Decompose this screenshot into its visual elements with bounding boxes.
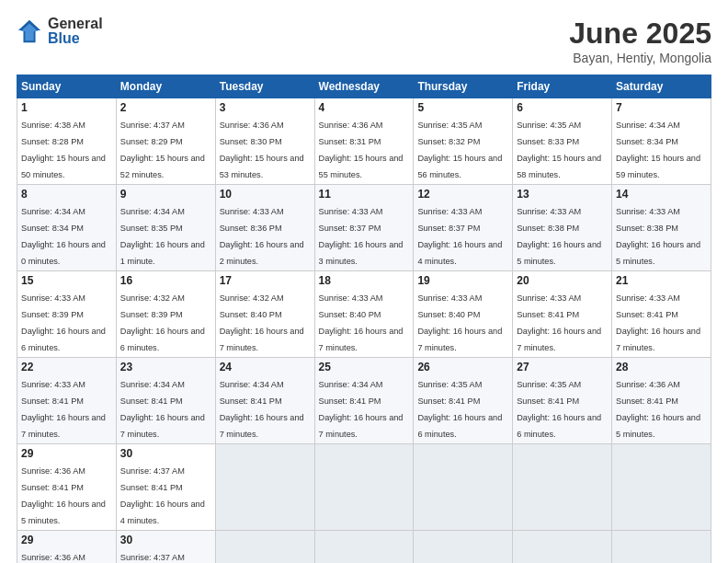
day-number: 8 bbox=[21, 188, 112, 201]
day-info: Sunrise: 4:38 AMSunset: 8:28 PMDaylight:… bbox=[21, 121, 106, 179]
day-number: 29 bbox=[21, 534, 112, 546]
table-row: 12Sunrise: 4:33 AMSunset: 8:37 PMDayligh… bbox=[414, 185, 513, 271]
day-info: Sunrise: 4:34 AMSunset: 8:41 PMDaylight:… bbox=[120, 380, 205, 439]
calendar-week-2: 8Sunrise: 4:34 AMSunset: 8:34 PMDaylight… bbox=[17, 185, 711, 271]
day-number: 5 bbox=[417, 101, 508, 114]
table-row: 25Sunrise: 4:34 AMSunset: 8:41 PMDayligh… bbox=[314, 358, 414, 444]
day-info: Sunrise: 4:33 AMSunset: 8:36 PMDaylight:… bbox=[220, 207, 304, 266]
col-sunday: Sunday bbox=[17, 75, 117, 98]
page: General Blue June 2025 Bayan, Hentiy, Mo… bbox=[0, 0, 728, 563]
day-number: 24 bbox=[220, 361, 311, 373]
table-row bbox=[215, 531, 314, 564]
day-number: 28 bbox=[616, 361, 707, 373]
day-info: Sunrise: 4:32 AMSunset: 8:40 PMDaylight:… bbox=[220, 293, 304, 352]
day-info: Sunrise: 4:37 AMSunset: 8:41 PMDaylight:… bbox=[120, 466, 205, 525]
table-row bbox=[314, 531, 414, 564]
day-number: 10 bbox=[220, 188, 311, 201]
day-number: 3 bbox=[220, 101, 311, 114]
day-number: 13 bbox=[517, 188, 608, 201]
month-title: June 2025 bbox=[569, 17, 711, 51]
table-row: 22Sunrise: 4:33 AMSunset: 8:41 PMDayligh… bbox=[17, 358, 117, 444]
day-info: Sunrise: 4:34 AMSunset: 8:35 PMDaylight:… bbox=[120, 207, 205, 266]
day-info: Sunrise: 4:33 AMSunset: 8:38 PMDaylight:… bbox=[517, 207, 601, 266]
logo-text: General Blue bbox=[48, 17, 103, 46]
day-number: 30 bbox=[120, 447, 211, 460]
day-number: 12 bbox=[417, 188, 508, 201]
day-number: 25 bbox=[319, 361, 410, 373]
calendar-week-3: 15Sunrise: 4:33 AMSunset: 8:39 PMDayligh… bbox=[17, 271, 711, 358]
table-row: 30Sunrise: 4:37 AMSunset: 8:41 PMDayligh… bbox=[116, 531, 215, 564]
table-row: 27Sunrise: 4:35 AMSunset: 8:41 PMDayligh… bbox=[513, 358, 612, 444]
day-number: 26 bbox=[417, 361, 508, 373]
logo-icon bbox=[17, 18, 42, 44]
table-row: 15Sunrise: 4:33 AMSunset: 8:39 PMDayligh… bbox=[17, 271, 117, 358]
table-row: 29Sunrise: 4:36 AMSunset: 8:41 PMDayligh… bbox=[17, 531, 117, 564]
day-info: Sunrise: 4:33 AMSunset: 8:41 PMDaylight:… bbox=[21, 380, 106, 439]
table-row: 11Sunrise: 4:33 AMSunset: 8:37 PMDayligh… bbox=[314, 185, 414, 271]
col-friday: Friday bbox=[513, 75, 612, 98]
logo-general: General bbox=[48, 17, 103, 31]
day-number: 18 bbox=[319, 274, 410, 287]
table-row: 10Sunrise: 4:33 AMSunset: 8:36 PMDayligh… bbox=[215, 185, 314, 271]
day-number: 17 bbox=[220, 274, 311, 287]
header: General Blue June 2025 Bayan, Hentiy, Mo… bbox=[17, 17, 711, 65]
calendar-header-row: Sunday Monday Tuesday Wednesday Thursday… bbox=[17, 75, 711, 98]
table-row: 13Sunrise: 4:33 AMSunset: 8:38 PMDayligh… bbox=[513, 185, 612, 271]
logo: General Blue bbox=[17, 17, 103, 46]
table-row: 24Sunrise: 4:34 AMSunset: 8:41 PMDayligh… bbox=[215, 358, 314, 444]
day-info: Sunrise: 4:35 AMSunset: 8:32 PMDaylight:… bbox=[417, 121, 502, 179]
day-number: 29 bbox=[21, 447, 112, 460]
calendar-week-1: 1Sunrise: 4:38 AMSunset: 8:28 PMDaylight… bbox=[17, 98, 711, 185]
day-info: Sunrise: 4:32 AMSunset: 8:39 PMDaylight:… bbox=[120, 293, 205, 352]
table-row bbox=[513, 444, 612, 531]
table-row: 1Sunrise: 4:38 AMSunset: 8:28 PMDaylight… bbox=[17, 98, 117, 185]
day-number: 1 bbox=[21, 101, 112, 114]
day-number: 23 bbox=[120, 361, 211, 373]
day-info: Sunrise: 4:34 AMSunset: 8:41 PMDaylight:… bbox=[319, 380, 404, 439]
calendar-week-5: 29Sunrise: 4:36 AMSunset: 8:41 PMDayligh… bbox=[17, 444, 711, 531]
day-number: 19 bbox=[417, 274, 508, 287]
day-info: Sunrise: 4:34 AMSunset: 8:34 PMDaylight:… bbox=[616, 121, 700, 179]
table-row: 28Sunrise: 4:36 AMSunset: 8:41 PMDayligh… bbox=[612, 358, 711, 444]
day-number: 6 bbox=[517, 101, 608, 114]
table-row: 4Sunrise: 4:36 AMSunset: 8:31 PMDaylight… bbox=[314, 98, 414, 185]
table-row bbox=[513, 531, 612, 564]
table-row: 18Sunrise: 4:33 AMSunset: 8:40 PMDayligh… bbox=[314, 271, 414, 358]
day-number: 30 bbox=[120, 534, 211, 546]
table-row: 19Sunrise: 4:33 AMSunset: 8:40 PMDayligh… bbox=[414, 271, 513, 358]
day-info: Sunrise: 4:33 AMSunset: 8:37 PMDaylight:… bbox=[417, 207, 502, 266]
day-info: Sunrise: 4:33 AMSunset: 8:40 PMDaylight:… bbox=[319, 293, 404, 352]
table-row bbox=[314, 444, 414, 531]
col-monday: Monday bbox=[116, 75, 215, 98]
table-row: 29Sunrise: 4:36 AMSunset: 8:41 PMDayligh… bbox=[17, 444, 117, 531]
calendar: Sunday Monday Tuesday Wednesday Thursday… bbox=[17, 75, 711, 563]
table-row bbox=[612, 444, 711, 531]
day-info: Sunrise: 4:36 AMSunset: 8:41 PMDaylight:… bbox=[616, 380, 700, 439]
day-number: 20 bbox=[517, 274, 608, 287]
day-info: Sunrise: 4:36 AMSunset: 8:31 PMDaylight:… bbox=[319, 121, 404, 179]
table-row: 30Sunrise: 4:37 AMSunset: 8:41 PMDayligh… bbox=[116, 444, 215, 531]
table-row bbox=[414, 444, 513, 531]
day-info: Sunrise: 4:36 AMSunset: 8:41 PMDaylight:… bbox=[21, 553, 106, 563]
table-row: 5Sunrise: 4:35 AMSunset: 8:32 PMDaylight… bbox=[414, 98, 513, 185]
day-number: 14 bbox=[616, 188, 707, 201]
day-number: 27 bbox=[517, 361, 608, 373]
day-info: Sunrise: 4:34 AMSunset: 8:41 PMDaylight:… bbox=[220, 380, 304, 439]
day-info: Sunrise: 4:36 AMSunset: 8:41 PMDaylight:… bbox=[21, 466, 106, 525]
day-info: Sunrise: 4:33 AMSunset: 8:41 PMDaylight:… bbox=[616, 293, 700, 352]
table-row bbox=[414, 531, 513, 564]
table-row: 9Sunrise: 4:34 AMSunset: 8:35 PMDaylight… bbox=[116, 185, 215, 271]
day-number: 9 bbox=[120, 188, 211, 201]
col-saturday: Saturday bbox=[612, 75, 711, 98]
day-number: 15 bbox=[21, 274, 112, 287]
table-row: 2Sunrise: 4:37 AMSunset: 8:29 PMDaylight… bbox=[116, 98, 215, 185]
table-row: 8Sunrise: 4:34 AMSunset: 8:34 PMDaylight… bbox=[17, 185, 117, 271]
day-info: Sunrise: 4:33 AMSunset: 8:39 PMDaylight:… bbox=[21, 293, 106, 352]
day-number: 7 bbox=[616, 101, 707, 114]
day-number: 21 bbox=[616, 274, 707, 287]
table-row bbox=[215, 444, 314, 531]
table-row: 23Sunrise: 4:34 AMSunset: 8:41 PMDayligh… bbox=[116, 358, 215, 444]
day-info: Sunrise: 4:35 AMSunset: 8:33 PMDaylight:… bbox=[517, 121, 601, 179]
day-info: Sunrise: 4:33 AMSunset: 8:40 PMDaylight:… bbox=[417, 293, 502, 352]
table-row bbox=[612, 531, 711, 564]
